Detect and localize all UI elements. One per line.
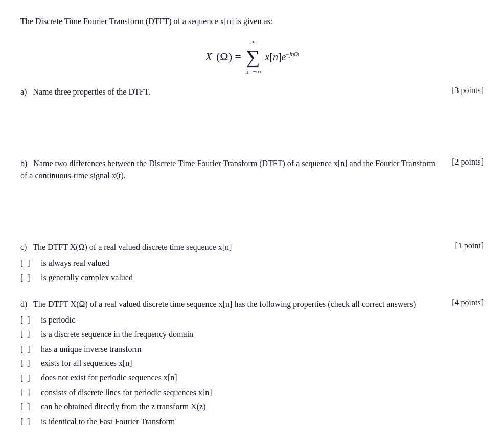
question-c-label: c) (20, 243, 27, 251)
question-a-points: [3 points] (452, 86, 484, 95)
question-b-label: b) (20, 159, 27, 168)
question-d-option-7: [ ] is identical to the Fast Fourier Tra… (20, 416, 484, 427)
question-d-label: d) (20, 300, 27, 308)
checkbox-bracket-d3: [ ] (20, 359, 35, 368)
sum-lower-limit: n=−∞ (245, 67, 261, 76)
option-c1-text: is generally complex valued (41, 272, 133, 283)
checkbox-bracket-d0: [ ] (20, 315, 35, 325)
option-d3-text: exists for all sequences x[n] (41, 358, 132, 369)
question-a-text: a) Name three properties of the DTFT. (20, 86, 442, 98)
question-d-option-2: [ ] has a unique inverse transform (20, 343, 484, 355)
sum-upper-limit: ∞ (250, 38, 255, 46)
question-d-option-1: [ ] is a discrete sequence in the freque… (20, 329, 484, 340)
question-a-section: a) Name three properties of the DTFT. [3… (20, 86, 484, 143)
question-a-answer-area (20, 102, 484, 143)
question-d-option-6: [ ] can be obtained directly from the z … (20, 401, 484, 412)
checkbox-bracket-d1: [ ] (20, 330, 35, 339)
option-d4-text: does not exist for periodic sequences x[… (41, 372, 177, 383)
question-b-body: Name two differences between the Discret… (20, 159, 436, 180)
question-a-label: a) (20, 87, 27, 96)
option-d1-text: is a discrete sequence in the frequency … (41, 329, 193, 340)
option-d0-text: is periodic (41, 314, 75, 326)
checkbox-bracket-d2: [ ] (20, 345, 35, 354)
option-d5-text: consists of discrete lines for periodic … (41, 387, 212, 398)
formula-equals: (Ω) = (216, 50, 241, 63)
question-a-body: Name three properties of the DTFT. (33, 87, 150, 96)
question-b-points: [2 points] (452, 157, 484, 167)
question-d-option-3: [ ] exists for all sequences x[n] (20, 358, 484, 369)
question-d-option-0: [ ] is periodic (20, 314, 484, 326)
question-b-answer-area (20, 186, 484, 227)
intro-text: The Discrete Time Fourier Transform (DTF… (20, 15, 484, 28)
question-d-option-4: [ ] does not exist for periodic sequence… (20, 372, 484, 383)
question-d-body: The DTFT X(Ω) of a real valued discrete … (33, 300, 416, 308)
question-c-points: [1 point] (455, 241, 484, 250)
summation-symbol: ∞ ∑ n=−∞ (245, 38, 261, 76)
question-c-option-1: [ ] is generally complex valued (20, 272, 484, 283)
question-c-line: c) The DTFT X(Ω) of a real valued discre… (20, 241, 484, 254)
checkbox-bracket-c1: [ ] (20, 273, 35, 283)
question-c-text: c) The DTFT X(Ω) of a real valued discre… (20, 241, 445, 254)
question-b-section: b) Name two differences between the Disc… (20, 157, 484, 227)
question-b-line: b) Name two differences between the Disc… (20, 157, 484, 182)
checkbox-bracket-c0: [ ] (20, 259, 35, 268)
question-d-section: d) The DTFT X(Ω) of a real valued discre… (20, 298, 484, 427)
question-a-line: a) Name three properties of the DTFT. [3… (20, 86, 484, 98)
option-d6-text: can be obtained directly from the z tran… (41, 401, 206, 412)
checkbox-bracket-d7: [ ] (20, 417, 35, 426)
checkbox-bracket-d5: [ ] (20, 388, 35, 397)
formula-block: X (Ω) = ∞ ∑ n=−∞ x[n]e−jnΩ (20, 38, 484, 76)
question-d-text: d) The DTFT X(Ω) of a real valued discre… (20, 298, 442, 310)
option-c0-text: is always real valued (41, 258, 109, 269)
option-d2-text: has a unique inverse transform (41, 343, 141, 355)
question-c-option-0: [ ] is always real valued (20, 258, 484, 269)
question-d-line: d) The DTFT X(Ω) of a real valued discre… (20, 298, 484, 310)
summand-expression: x[n]e−jnΩ (265, 51, 299, 63)
question-b-text: b) Name two differences between the Disc… (20, 157, 442, 182)
question-c-section: c) The DTFT X(Ω) of a real valued discre… (20, 241, 484, 284)
question-d-option-5: [ ] consists of discrete lines for perio… (20, 387, 484, 398)
sigma-symbol: ∑ (246, 47, 260, 66)
option-d7-text: is identical to the Fast Fourier Transfo… (41, 416, 175, 427)
checkbox-bracket-d4: [ ] (20, 374, 35, 383)
checkbox-bracket-d6: [ ] (20, 402, 35, 411)
formula-lhs: X (205, 50, 212, 63)
question-d-points: [4 points] (452, 298, 484, 307)
question-c-body: The DTFT X(Ω) of a real valued discrete … (33, 243, 232, 251)
